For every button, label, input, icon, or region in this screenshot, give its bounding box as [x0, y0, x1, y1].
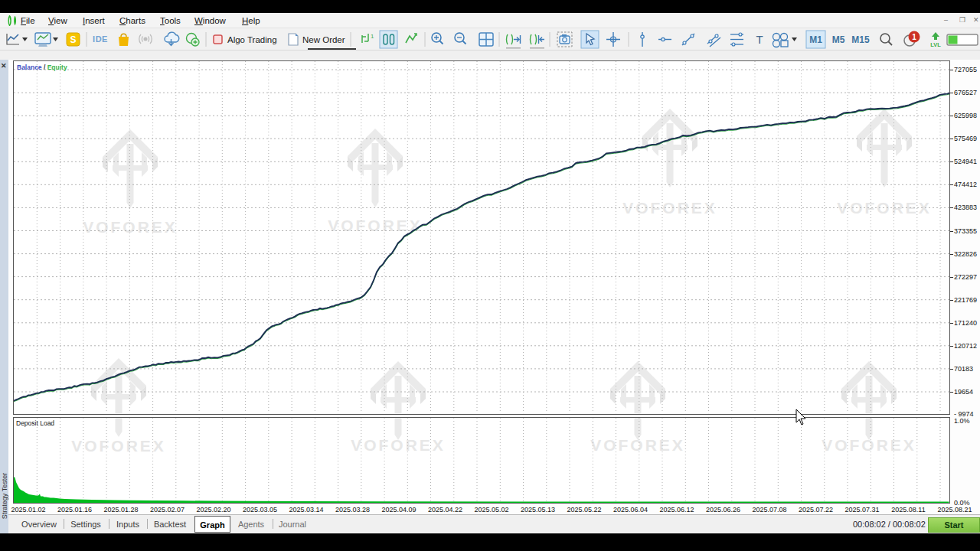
svg-text:VOFOREX: VOFOREX	[71, 437, 166, 455]
svg-text:VOFOREX: VOFOREX	[590, 436, 685, 454]
svg-text:T: T	[756, 33, 763, 46]
svg-text:VOFOREX: VOFOREX	[83, 218, 178, 236]
svg-text:VOFOREX: VOFOREX	[328, 217, 423, 234]
svg-text:Algo Trading: Algo Trading	[227, 35, 277, 44]
svg-text:M1: M1	[809, 34, 822, 45]
svg-text:1: 1	[912, 33, 916, 41]
svg-text:New Order: New Order	[302, 35, 345, 44]
svg-text:LVL: LVL	[930, 41, 941, 48]
svg-text:M15: M15	[851, 34, 870, 45]
svg-text:IDE: IDE	[93, 34, 108, 44]
svg-text:S: S	[70, 34, 76, 45]
svg-text:1: 1	[371, 33, 374, 40]
svg-text:VOFOREX: VOFOREX	[351, 436, 446, 454]
svg-text:VOFOREX: VOFOREX	[822, 436, 916, 454]
svg-text:M5: M5	[832, 34, 845, 45]
